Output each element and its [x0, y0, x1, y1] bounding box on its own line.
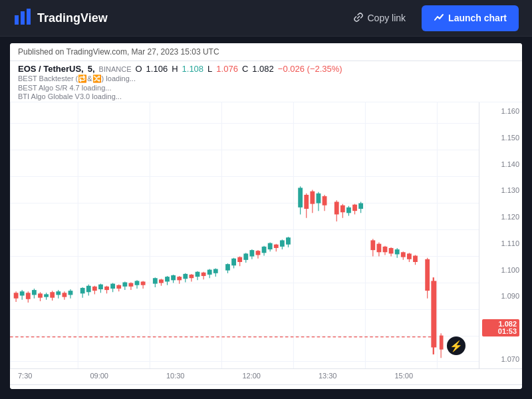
- exchange: BINANCE: [99, 65, 132, 73]
- svg-rect-26: [26, 293, 31, 299]
- logo: TradingView: [13, 7, 108, 29]
- timeframe: 5,: [88, 64, 95, 74]
- low-value: 1.076: [216, 64, 238, 74]
- price-1090: 1.090: [482, 293, 519, 300]
- chart-container: Published on TradingView.com, Mar 27, 20…: [10, 43, 522, 389]
- close-value: 1.082: [252, 64, 274, 74]
- svg-rect-66: [159, 279, 164, 283]
- svg-rect-102: [274, 245, 279, 248]
- chart-area: ⚡ 1.160 1.150 1.140 1.130 1.120 1.110 1.…: [10, 102, 522, 368]
- time-0900: 09:00: [90, 372, 108, 382]
- time-1330: 13:30: [319, 372, 337, 382]
- svg-rect-80: [201, 273, 206, 276]
- svg-rect-76: [189, 275, 194, 278]
- svg-rect-90: [237, 257, 242, 262]
- svg-rect-60: [135, 281, 140, 285]
- launch-chart-button[interactable]: Launch chart: [422, 5, 519, 31]
- lightning-badge: ⚡: [447, 336, 466, 355]
- svg-rect-136: [395, 249, 400, 254]
- symbol-line: EOS / TetherUS, 5, BINANCE O1.106 H1.108…: [18, 64, 514, 74]
- svg-rect-56: [122, 283, 127, 287]
- svg-rect-36: [56, 291, 61, 295]
- svg-rect-144: [425, 259, 430, 291]
- svg-rect-92: [243, 253, 248, 259]
- svg-rect-1: [21, 11, 25, 25]
- candlestick-chart: [10, 102, 479, 368]
- price-1070: 1.070: [482, 356, 519, 363]
- svg-rect-148: [440, 336, 444, 350]
- change-value: −0.026 (−2.35%): [278, 64, 342, 74]
- svg-rect-44: [86, 286, 91, 292]
- svg-rect-62: [141, 281, 146, 285]
- copy-link-label: Copy link: [368, 13, 406, 23]
- time-1030: 10:30: [166, 372, 185, 382]
- price-1160: 1.160: [482, 108, 519, 115]
- time-axis: 7:30 09:00 10:30 12:00 13:30 15:00: [10, 368, 522, 384]
- chart-footer: TradingView: [10, 384, 522, 389]
- svg-rect-88: [231, 259, 236, 266]
- published-text: Published on TradingView.com, Mar 27, 20…: [18, 47, 219, 57]
- price-1140: 1.140: [482, 161, 519, 168]
- svg-rect-64: [153, 278, 158, 283]
- svg-rect-122: [346, 207, 351, 213]
- svg-rect-112: [310, 192, 315, 204]
- svg-rect-96: [256, 251, 261, 255]
- svg-rect-72: [177, 277, 182, 280]
- svg-rect-24: [20, 291, 25, 295]
- copy-link-button[interactable]: Copy link: [345, 7, 414, 30]
- high-label: H: [172, 64, 178, 74]
- svg-rect-28: [32, 290, 37, 295]
- svg-rect-114: [317, 194, 321, 203]
- high-value: 1.108: [182, 64, 204, 74]
- svg-rect-58: [129, 283, 134, 287]
- svg-rect-86: [225, 264, 230, 270]
- price-axis: 1.160 1.150 1.140 1.130 1.120 1.110 1.10…: [479, 102, 522, 368]
- svg-rect-106: [286, 237, 291, 245]
- svg-rect-48: [98, 285, 103, 289]
- indicator-1: BEST Backtester (🔁&🔀) loading...: [18, 74, 514, 83]
- svg-rect-0: [15, 15, 19, 25]
- svg-rect-104: [280, 240, 285, 246]
- price-1120: 1.120: [482, 213, 519, 221]
- svg-rect-142: [413, 256, 418, 262]
- svg-rect-146: [431, 281, 436, 347]
- symbol-name: EOS / TetherUS,: [18, 64, 84, 74]
- logo-icon: [13, 7, 32, 29]
- svg-rect-118: [334, 201, 339, 214]
- open-label: O: [135, 64, 142, 74]
- price-1110: 1.110: [482, 240, 519, 247]
- indicator-2: BEST Algo S/R 4.7 loading...: [18, 84, 514, 92]
- svg-rect-40: [68, 291, 73, 295]
- svg-rect-126: [358, 203, 363, 209]
- svg-rect-132: [383, 247, 388, 252]
- close-label: C: [242, 64, 248, 74]
- low-label: L: [207, 64, 212, 74]
- svg-rect-78: [196, 272, 200, 277]
- svg-rect-32: [44, 294, 49, 297]
- svg-rect-38: [62, 293, 66, 297]
- svg-rect-68: [165, 277, 170, 281]
- time-1200: 12:00: [242, 372, 261, 382]
- open-value: 1.106: [146, 64, 168, 74]
- svg-rect-50: [104, 287, 109, 290]
- header: TradingView Copy link Launch chart: [0, 0, 532, 37]
- svg-rect-128: [370, 240, 375, 250]
- svg-rect-120: [340, 205, 345, 213]
- svg-rect-22: [14, 293, 19, 298]
- svg-rect-2: [27, 9, 31, 25]
- price-1150: 1.150: [482, 134, 519, 142]
- svg-rect-84: [213, 269, 218, 273]
- header-actions: Copy link Launch chart: [345, 5, 519, 31]
- svg-rect-98: [262, 247, 267, 253]
- time-1500: 15:00: [394, 372, 413, 382]
- chart-icon: [434, 12, 444, 25]
- svg-rect-46: [92, 287, 97, 291]
- time-730: 7:30: [18, 372, 32, 382]
- svg-rect-54: [116, 285, 121, 289]
- svg-rect-110: [304, 195, 309, 209]
- price-1100: 1.100: [482, 267, 519, 274]
- svg-rect-134: [389, 248, 394, 253]
- launch-chart-label: Launch chart: [448, 13, 507, 23]
- svg-rect-140: [407, 253, 412, 259]
- svg-rect-42: [80, 288, 85, 293]
